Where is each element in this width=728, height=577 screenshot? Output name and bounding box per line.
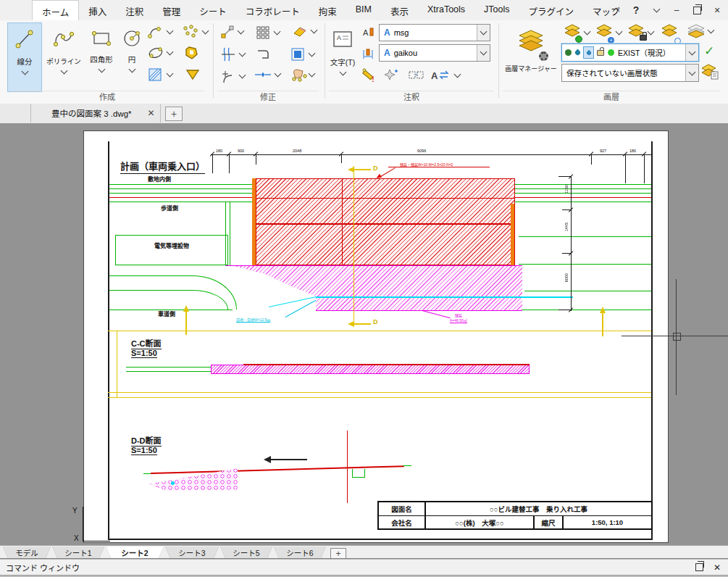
dimension-button[interactable] bbox=[408, 68, 425, 83]
fillet-dropdown-icon[interactable] bbox=[239, 72, 246, 79]
arc-dropdown-icon[interactable] bbox=[167, 28, 174, 35]
polyline-dropdown-icon[interactable] bbox=[60, 67, 67, 75]
current-layer-combo[interactable]: EXIST（現況） bbox=[561, 43, 699, 62]
erase-button[interactable] bbox=[291, 25, 317, 38]
sheet-tab-5[interactable]: シート5 bbox=[220, 547, 272, 558]
dim-style-combo[interactable]: A gaikou bbox=[379, 44, 490, 62]
multileader-button[interactable]: ! bbox=[362, 68, 378, 84]
match-properties-button[interactable] bbox=[290, 67, 314, 83]
fillet-button[interactable] bbox=[220, 68, 245, 84]
sheet-tab-3[interactable]: シート3 bbox=[165, 547, 219, 558]
layer-on-dropdown-icon[interactable] bbox=[584, 28, 591, 36]
polygon-button[interactable] bbox=[183, 45, 199, 61]
text-style-combo[interactable]: A msg bbox=[379, 24, 490, 41]
circle-dropdown-icon[interactable] bbox=[128, 66, 135, 73]
layer-walk-button[interactable] bbox=[661, 24, 678, 41]
sheet-tab-6[interactable]: シート6 bbox=[274, 547, 326, 558]
text-align-button[interactable]: A bbox=[430, 68, 460, 83]
document-tab[interactable]: 豊中の図面案 3 .dwg* ✕ bbox=[30, 104, 161, 123]
menu-tab-annotate[interactable]: 注釈 bbox=[116, 0, 153, 20]
layer-manager-button[interactable]: 画層マネージャー bbox=[503, 22, 559, 96]
layer-apply-check-icon[interactable]: ✓ bbox=[704, 43, 714, 59]
array-button[interactable] bbox=[255, 25, 280, 41]
points-button[interactable] bbox=[182, 25, 208, 39]
ellipse-dropdown-icon[interactable] bbox=[167, 49, 174, 56]
menu-tab-sheet[interactable]: シート bbox=[190, 0, 236, 20]
layer-states-icon bbox=[687, 24, 706, 38]
magenta-leader-line bbox=[422, 310, 451, 318]
layer-states-button[interactable] bbox=[687, 24, 714, 38]
erase-dropdown-icon[interactable] bbox=[311, 27, 318, 34]
menu-tab-insert[interactable]: 挿入 bbox=[79, 0, 116, 20]
text-style-button[interactable]: A bbox=[361, 26, 375, 39]
points-dropdown-icon[interactable] bbox=[202, 28, 209, 35]
ellipse-button[interactable] bbox=[147, 45, 172, 61]
menu-tab-xtratools[interactable]: XtraTools bbox=[418, 0, 474, 20]
sheet-tab-1[interactable]: シート1 bbox=[52, 547, 104, 558]
layer-on-button[interactable] bbox=[564, 24, 590, 41]
line-dropdown-icon[interactable] bbox=[21, 68, 28, 75]
hatch-button[interactable] bbox=[147, 67, 172, 83]
help-dropdown-icon[interactable] bbox=[648, 3, 664, 17]
ucs-y-label: Y bbox=[72, 507, 78, 515]
document-tab-close-icon[interactable]: ✕ bbox=[148, 108, 155, 118]
align-dropdown-icon[interactable] bbox=[275, 70, 282, 78]
layer-lock-dropdown-icon[interactable] bbox=[648, 28, 655, 36]
sheet-tab-model[interactable]: モデル bbox=[3, 547, 51, 558]
layer-lock-button[interactable] bbox=[627, 24, 653, 41]
menu-tab-home[interactable]: ホーム bbox=[32, 0, 79, 20]
layer-state-combo[interactable]: 保存されていない画層状態 bbox=[561, 64, 699, 82]
svg-text:A: A bbox=[431, 70, 438, 81]
arc-button[interactable] bbox=[147, 25, 172, 39]
polyline-button[interactable]: ポリライン bbox=[43, 22, 84, 92]
menu-tab-bim[interactable]: BIM bbox=[346, 0, 381, 20]
triangle-button[interactable] bbox=[185, 68, 201, 81]
rectangle-button[interactable]: 四角形 bbox=[84, 22, 119, 92]
close-icon[interactable]: × bbox=[709, 3, 725, 17]
region-dropdown-icon[interactable] bbox=[309, 50, 316, 57]
trim-button[interactable] bbox=[220, 46, 245, 62]
rectangle-dropdown-icon[interactable] bbox=[98, 66, 105, 73]
cyan-note-text: 目地・目地W×12.5㎜ bbox=[236, 317, 270, 323]
stretch-button[interactable] bbox=[220, 25, 243, 39]
restore-icon[interactable] bbox=[689, 3, 705, 17]
match-properties-dropdown-icon[interactable] bbox=[309, 70, 316, 78]
hatch-dropdown-icon[interactable] bbox=[167, 70, 174, 78]
menu-tab-manage[interactable]: 管理 bbox=[153, 0, 190, 20]
line-button[interactable]: 線分 bbox=[7, 22, 42, 92]
layer-new-button[interactable]: + bbox=[595, 24, 622, 41]
circle-button[interactable]: 円 bbox=[118, 22, 146, 92]
current-layer-dropdown-icon[interactable] bbox=[685, 44, 698, 61]
layer-new-dropdown-icon[interactable] bbox=[616, 28, 623, 36]
layer-state-manager-button[interactable] bbox=[701, 64, 719, 80]
menu-tab-jtools[interactable]: JTools bbox=[474, 0, 519, 20]
menu-tab-collaborate[interactable]: コラボレート bbox=[236, 0, 309, 20]
text-align-dropdown-icon[interactable] bbox=[454, 71, 461, 78]
stretch-dropdown-icon[interactable] bbox=[238, 28, 245, 35]
help-icon[interactable]: ? bbox=[628, 3, 644, 17]
join-button[interactable] bbox=[255, 46, 271, 62]
command-window-close-icon[interactable]: ✕ bbox=[714, 563, 721, 573]
layer-state-dropdown-icon[interactable] bbox=[685, 65, 698, 81]
array-dropdown-icon[interactable] bbox=[274, 28, 281, 36]
dim-style-button[interactable] bbox=[361, 48, 375, 61]
trim-dropdown-icon[interactable] bbox=[239, 50, 246, 57]
menu-tab-constrain[interactable]: 拘束 bbox=[309, 0, 346, 20]
drawing-canvas[interactable]: 計画（車両乗入口） 敷地内側 歩道側 車道側 180 900 2048 6096 bbox=[0, 123, 728, 545]
point-style-button[interactable] bbox=[383, 68, 399, 84]
ribbon-collapse-icon[interactable] bbox=[608, 3, 624, 17]
menu-tab-view[interactable]: 表示 bbox=[381, 0, 418, 20]
minimize-icon[interactable]: – bbox=[669, 3, 685, 17]
new-document-tab-button[interactable]: + bbox=[165, 107, 183, 121]
text-button[interactable]: A 文字(T) bbox=[327, 22, 358, 92]
menu-tab-plugin[interactable]: プラグイン bbox=[519, 0, 584, 20]
text-dropdown-icon[interactable] bbox=[339, 69, 346, 76]
align-button[interactable] bbox=[254, 68, 280, 81]
region-button[interactable] bbox=[290, 46, 314, 62]
sheet-tab-2-active[interactable]: シート2 bbox=[106, 547, 164, 558]
command-window-restore-icon[interactable] bbox=[695, 563, 703, 571]
command-window-titlebar[interactable]: コマンド ウィンドウ ✕ bbox=[0, 560, 728, 576]
text-style-combo-dropdown-icon[interactable] bbox=[477, 25, 490, 41]
dim-style-combo-dropdown-icon[interactable] bbox=[477, 45, 490, 61]
layer-states-dropdown-icon[interactable] bbox=[708, 27, 715, 34]
